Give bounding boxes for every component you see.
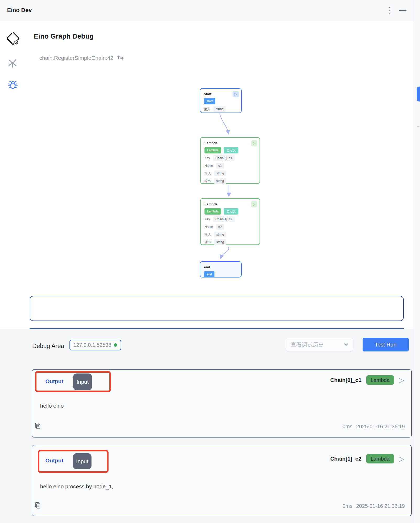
eino-dev-window: Eino Dev ⚙	[0, 0, 420, 523]
duration: 0ms	[342, 424, 352, 430]
breadcrumb: chain.RegisterSimpleChain:42	[39, 55, 123, 61]
graph-view-icon[interactable]	[7, 58, 18, 69]
tab-output[interactable]: Output	[45, 378, 63, 385]
kebab-menu-icon[interactable]	[387, 6, 392, 15]
test-run-button[interactable]: Test Run	[363, 338, 409, 351]
chevron-down-icon	[344, 343, 348, 346]
node-play-icon[interactable]: ▷	[251, 201, 257, 207]
lambda-badge: Lambda	[204, 208, 221, 215]
sort-icon[interactable]	[117, 55, 123, 61]
tab-input[interactable]: Input	[73, 453, 91, 469]
input-type-chip: string	[213, 106, 226, 112]
scrollbar-thumb[interactable]	[417, 126, 419, 127]
play-icon[interactable]: ▷	[399, 455, 404, 462]
node-type-badge: Lambda	[366, 375, 394, 385]
tab-output[interactable]: Output	[45, 457, 63, 464]
graph-location-label: chain.RegisterSimpleChain:42	[39, 55, 114, 61]
key-label: Key	[204, 156, 210, 160]
output-type-chip: string	[214, 178, 226, 184]
node-title: end	[204, 265, 238, 269]
minimize-icon[interactable]	[399, 10, 406, 11]
debug-result-card: Output Input Chain[1]_c2 Lambda ▷ hello …	[32, 445, 412, 516]
input-label: 输入	[204, 232, 211, 237]
node-key-label: Chain[0]_c1	[330, 377, 362, 383]
key-chip: Chain[0]_c1	[213, 155, 235, 161]
duration: 0ms	[342, 503, 352, 509]
app-title: Eino Dev	[7, 7, 32, 14]
name-label: Name	[204, 225, 213, 229]
eino-logo-icon: ⚙	[6, 31, 20, 46]
debug-history-select[interactable]: 查看调试历史	[286, 338, 353, 351]
result-content: hello eino process by node_1,	[40, 483, 113, 490]
key-chip: Chain[1]_c2	[213, 216, 235, 222]
input-label: 输入	[204, 107, 210, 111]
host-address: 127.0.0.1:52538	[73, 342, 111, 348]
node-type-badge: Lambda	[366, 454, 394, 463]
name-chip: c2	[216, 224, 224, 230]
history-placeholder: 查看调试历史	[291, 341, 324, 348]
custom-badge: 自定义	[224, 208, 238, 215]
node-title: Lambda	[204, 202, 256, 206]
graph-toolbar: chain.RegisterSimpleCh... 配置调试地址	[30, 296, 404, 321]
timestamp: 2025-01-16 21:36:19	[356, 424, 405, 430]
timestamp: 2025-01-16 21:36:19	[356, 503, 405, 509]
titlebar: Eino Dev	[0, 0, 420, 21]
key-label: Key	[204, 217, 210, 221]
panel-expand-handle[interactable]	[417, 87, 420, 102]
copy-icon[interactable]	[35, 423, 41, 430]
output-type-chip: string	[214, 239, 226, 245]
play-icon[interactable]: ▷	[399, 377, 404, 383]
gear-icon: ⚙	[14, 39, 19, 46]
tab-input[interactable]: Input	[73, 373, 92, 390]
graph-node-lambda-c2[interactable]: Lambda ▷ Lambda自定义 KeyChain[1]_c2 Namec2…	[200, 198, 260, 245]
page-title: Eino Graph Debug	[34, 32, 94, 40]
node-key-label: Chain[1]_c2	[330, 456, 362, 462]
copy-icon[interactable]	[35, 502, 41, 510]
node-play-icon[interactable]: ▷	[251, 140, 257, 146]
graph-node-lambda-c1[interactable]: Lambda ▷ Lambda自定义 KeyChain[0]_c1 Namec1…	[200, 137, 260, 184]
custom-badge: 自定义	[224, 147, 238, 153]
debug-bug-icon[interactable]	[8, 80, 18, 90]
node-play-icon[interactable]: ▷	[233, 91, 239, 97]
node-type-badge: start	[204, 98, 215, 104]
right-panel-strip	[414, 0, 420, 523]
input-label: 输入	[204, 171, 211, 176]
input-type-chip: string	[214, 170, 226, 176]
result-content: hello eino	[40, 403, 64, 409]
lambda-badge: Lambda	[204, 147, 221, 153]
name-chip: c1	[216, 163, 224, 169]
output-label: 输出	[204, 240, 211, 244]
name-label: Name	[204, 164, 213, 168]
graph-node-start[interactable]: start ▷ start 输入 string	[200, 88, 242, 113]
input-type-chip: string	[214, 232, 226, 237]
graph-node-end[interactable]: end end	[200, 261, 242, 277]
status-dot	[114, 343, 117, 347]
node-type-badge: end	[204, 271, 214, 277]
node-title: Lambda	[204, 141, 256, 145]
debug-host-badge: 127.0.0.1:52538	[69, 340, 121, 350]
debug-result-card: Output Input Chain[0]_c1 Lambda ▷ hello …	[32, 369, 412, 437]
output-label: 输出	[204, 179, 211, 183]
debug-area-title: Debug Area	[32, 343, 64, 350]
